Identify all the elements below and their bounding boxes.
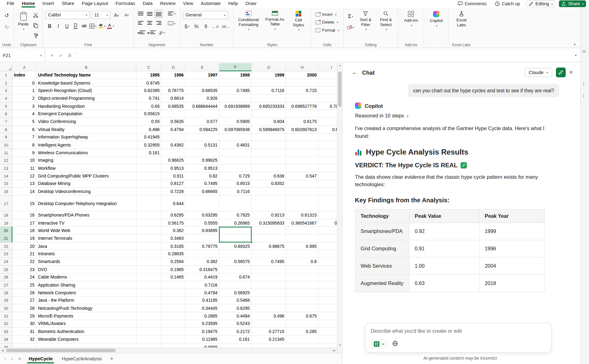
cell-F31[interactable]: 0.4494 <box>219 312 252 320</box>
scroll-down-icon[interactable]: ▼ <box>337 344 342 346</box>
cell-H6[interactable] <box>286 110 318 118</box>
cell-H1[interactable]: 2000 <box>286 71 318 79</box>
decrease-font-size-button[interactable]: A▾ <box>122 11 131 19</box>
cell-H25[interactable] <box>286 266 318 274</box>
menu-tab-data[interactable]: Data <box>139 0 156 7</box>
row-header-15[interactable]: 15 <box>0 180 12 188</box>
sheet-tab-hypecycle[interactable]: HypeCycle <box>24 354 57 363</box>
cell-G9[interactable] <box>252 134 286 141</box>
cell-C2[interactable]: 0.9745 <box>136 79 162 87</box>
align-left-button[interactable] <box>136 19 145 28</box>
row-header-9[interactable]: 9 <box>0 134 12 141</box>
decrease-decimal-button[interactable]: .00→ <box>220 22 230 30</box>
row-header-7[interactable]: 7 <box>0 118 12 126</box>
cell-C18[interactable] <box>136 211 162 219</box>
cell-C5[interactable]: 0.65 <box>136 102 162 110</box>
cell-E10[interactable]: 0.5131 <box>186 141 219 149</box>
cell-E30[interactable]: 0.34445 <box>186 305 219 312</box>
menu-tab-home[interactable]: Home <box>18 0 38 7</box>
row-header-2[interactable]: 2 <box>0 79 12 87</box>
web-search-button[interactable] <box>392 340 398 348</box>
cell-D12[interactable]: 0.96625 <box>162 157 186 164</box>
cell-G8[interactable]: 0.599946875 <box>252 126 286 134</box>
column-header-C[interactable]: C <box>136 63 162 72</box>
cell-D24[interactable]: 0.2584 <box>162 258 186 266</box>
row-header-4[interactable]: 4 <box>0 94 12 102</box>
cell-A29[interactable]: 27 <box>12 297 37 305</box>
cell-C31[interactable] <box>136 312 162 320</box>
cell-A18[interactable]: 16 <box>12 211 37 219</box>
cell-B27[interactable]: Application Sharing <box>37 281 136 289</box>
cell-F20[interactable] <box>219 227 252 235</box>
cell-E14[interactable]: 0.82 <box>186 172 219 180</box>
cell-A26[interactable]: 24 <box>12 274 37 281</box>
row-header-17[interactable]: 17 <box>0 195 12 211</box>
vertical-scroll-thumb[interactable] <box>338 71 342 107</box>
row-header-11[interactable]: 11 <box>0 149 12 157</box>
cell-E26[interactable]: 0.4419 <box>186 274 219 281</box>
prev-sheet-button[interactable]: ‹ <box>2 356 8 362</box>
cell-B30[interactable]: Netcasting/Push Technology <box>37 305 136 312</box>
cell-C12[interactable] <box>136 157 162 164</box>
font-color-button[interactable]: A▾ <box>106 22 115 30</box>
expand-formula-bar-button[interactable]: ▾ <box>571 54 580 57</box>
cell-A12[interactable]: 10 <box>12 157 37 164</box>
cell-C16[interactable] <box>136 188 162 195</box>
cell-H15[interactable] <box>286 180 318 188</box>
cell-B21[interactable]: Internet Terminals <box>37 235 136 242</box>
redo-button[interactable]: ↻ <box>2 23 11 31</box>
cell-C25[interactable] <box>136 266 162 274</box>
cell-G33[interactable]: 0.27715 <box>252 328 286 335</box>
cell-F7[interactable]: 0.5905 <box>219 118 252 126</box>
double-underline-button[interactable]: D <box>71 22 80 30</box>
cell-F30[interactable]: 0.6295 <box>219 305 252 312</box>
cell-B17[interactable]: Desktop Computer-Telephony Integration <box>37 195 136 211</box>
cell-A33[interactable]: 31 <box>12 328 37 335</box>
cell-E15[interactable]: 0.7495 <box>186 180 219 188</box>
cell-B4[interactable]: Object-oriented Programming <box>37 94 136 102</box>
row-header-34[interactable]: 34 <box>0 335 12 343</box>
horizontal-scroll-thumb[interactable] <box>6 349 116 352</box>
cell-G18[interactable]: 0.9213 <box>252 211 286 219</box>
cell-B7[interactable]: Video Conferencing <box>37 118 136 126</box>
cell-F9[interactable] <box>219 134 252 141</box>
align-middle-button[interactable] <box>145 10 154 18</box>
cell-A27[interactable]: 25 <box>12 281 37 289</box>
decrease-indent-button[interactable]: ◀ <box>136 29 146 37</box>
percent-style-button[interactable]: % <box>192 22 201 30</box>
cell-B3[interactable]: Speech Recognition (Cloud) <box>37 87 136 94</box>
cell-F32[interactable]: 0.5243 <box>219 320 252 328</box>
cell-A1[interactable]: Index <box>12 71 37 79</box>
cell-C29[interactable] <box>136 297 162 305</box>
row-header-14[interactable]: 14 <box>0 172 12 180</box>
cell-G29[interactable] <box>252 297 286 305</box>
close-chat-button[interactable]: × <box>569 69 573 76</box>
cell-H18[interactable]: 0.61315 <box>286 211 318 219</box>
column-header-E[interactable]: E <box>186 63 219 72</box>
cell-B31[interactable]: Micro/E-Payments <box>37 312 136 320</box>
cell-B34[interactable]: Wearable Computers <box>37 335 136 343</box>
merge-center-button[interactable]: ↔▾ <box>167 19 176 28</box>
add-ins-button[interactable]: Add-ins ▾ <box>401 10 421 28</box>
cell-E33[interactable]: 0.19475 <box>186 328 219 335</box>
cell-D2[interactable] <box>162 79 186 87</box>
align-bottom-button[interactable] <box>154 10 163 18</box>
cell-B13[interactable]: Workflow <box>37 164 136 172</box>
cell-G13[interactable] <box>252 164 286 172</box>
row-header-29[interactable]: 29 <box>0 297 12 305</box>
comma-style-button[interactable]: 9 <box>202 22 210 30</box>
cell-D33[interactable] <box>162 328 186 335</box>
cell-A6[interactable]: 4 <box>12 110 37 118</box>
cell-A15[interactable]: 13 <box>12 180 37 188</box>
cell-A5[interactable]: 3 <box>12 102 37 110</box>
cell-D25[interactable]: 0.1985 <box>162 266 186 274</box>
cell-E17[interactable] <box>186 195 219 211</box>
cell-F8[interactable]: 0.597085938 <box>219 126 252 134</box>
cell-G3[interactable]: 0.7116 <box>252 87 286 94</box>
cell-E32[interactable]: 0.23595 <box>186 320 219 328</box>
cell-G2[interactable] <box>252 79 286 87</box>
cell-B6[interactable]: Emergent Computation <box>37 110 136 118</box>
confirm-entry-button[interactable]: ✓ <box>57 52 64 59</box>
cell-C8[interactable]: 0.496 <box>136 126 162 134</box>
cell-H2[interactable] <box>286 79 318 87</box>
